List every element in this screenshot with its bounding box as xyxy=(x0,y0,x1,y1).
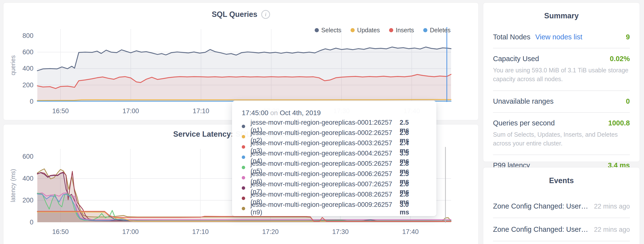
svg-text:200: 200 xyxy=(22,197,34,204)
event-time: 22 mins ago xyxy=(594,203,630,210)
cluster-overview-page: { "sql_chart": { "title": "SQL Queries",… xyxy=(0,0,644,244)
legend-dot xyxy=(350,28,355,32)
legend-item-inserts[interactable]: Inserts xyxy=(389,27,414,34)
chart-hover-tooltip: 17:45:00 on Oct 4th, 2019 jesse-movr-mul… xyxy=(232,101,436,216)
svg-text:17:20: 17:20 xyxy=(262,228,279,235)
series-dot xyxy=(242,197,245,200)
tooltip-node-row: jesse-movr-multi-region-georeplicas-0009… xyxy=(242,203,427,214)
summary-label: Capacity Used xyxy=(493,55,539,63)
svg-text:0: 0 xyxy=(30,98,34,105)
node-latency-value: 3.0 ms xyxy=(400,201,427,216)
legend-label: Selects xyxy=(321,27,341,34)
svg-text:200: 200 xyxy=(22,81,34,89)
event-row[interactable]: Zone Config Changed: User…22 mins ago xyxy=(493,195,630,218)
svg-text:17:00: 17:00 xyxy=(122,228,139,235)
series-dot xyxy=(242,186,245,190)
legend-dot xyxy=(389,28,393,32)
event-label: Zone Config Changed: User… xyxy=(493,202,588,210)
legend-dot xyxy=(423,28,428,32)
summary-row: Capacity Used0.02% xyxy=(493,55,630,63)
legend-label: Inserts xyxy=(396,27,414,34)
svg-text:16:50: 16:50 xyxy=(52,228,69,235)
series-dot xyxy=(242,135,245,138)
svg-text:queries: queries xyxy=(10,55,16,75)
node-name: jesse-movr-multi-region-georeplicas-0009… xyxy=(250,201,400,216)
svg-text:600: 600 xyxy=(22,153,34,160)
legend-label: Updates xyxy=(357,27,380,34)
divider xyxy=(493,112,630,113)
summary-row: Queries per second1000.8 xyxy=(493,119,630,127)
svg-text:17:30: 17:30 xyxy=(332,228,349,235)
svg-text:600: 600 xyxy=(22,48,34,56)
legend-item-deletes[interactable]: Deletes xyxy=(423,27,450,34)
summary-value: 9 xyxy=(626,33,630,41)
sql-queries-legend: SelectsUpdatesInsertsDeletes xyxy=(315,27,450,34)
svg-text:800: 800 xyxy=(22,32,34,39)
legend-item-updates[interactable]: Updates xyxy=(350,27,380,34)
legend-label: Deletes xyxy=(430,27,450,34)
series-dot xyxy=(242,156,245,159)
event-row[interactable]: Zone Config Changed: User…22 mins ago xyxy=(493,218,630,241)
legend-item-selects[interactable]: Selects xyxy=(315,27,341,34)
sql-queries-title: SQL Queries xyxy=(212,10,257,19)
summary-subtext: Sum of Selects, Updates, Inserts, and De… xyxy=(493,130,630,148)
tooltip-timestamp: 17:45:00 on Oct 4th, 2019 xyxy=(242,109,427,117)
summary-row: Unavailable ranges0 xyxy=(493,97,630,105)
divider xyxy=(493,90,630,91)
events-title: Events xyxy=(493,176,630,185)
summary-label: Queries per second xyxy=(493,119,555,127)
svg-text:400: 400 xyxy=(22,65,34,72)
svg-text:400: 400 xyxy=(22,175,34,182)
event-row[interactable]: Zone Config Changed: User…22 mins ago xyxy=(493,241,630,244)
divider xyxy=(493,48,630,48)
series-dot xyxy=(242,125,245,128)
series-dot xyxy=(242,166,245,169)
summary-title: Summary xyxy=(493,12,630,20)
svg-text:17:10: 17:10 xyxy=(193,107,209,115)
series-dot xyxy=(242,145,245,149)
event-label: Zone Config Changed: User… xyxy=(493,225,588,233)
summary-subtext: You are using 593.0 MiB of 3.1 TiB usabl… xyxy=(493,66,630,84)
summary-value: 0.02% xyxy=(610,55,630,63)
svg-text:0: 0 xyxy=(30,219,34,226)
event-time: 22 mins ago xyxy=(594,226,630,233)
info-icon[interactable]: i xyxy=(261,10,270,19)
summary-value: 0 xyxy=(626,97,630,105)
series-dot xyxy=(242,207,245,210)
legend-dot xyxy=(315,28,319,32)
summary-panel: Summary Total NodesView nodes list9Capac… xyxy=(483,3,640,162)
svg-text:16:50: 16:50 xyxy=(52,107,69,115)
summary-row: Total NodesView nodes list9 xyxy=(493,33,630,41)
series-dot xyxy=(242,176,245,179)
svg-text:17:40: 17:40 xyxy=(402,228,419,235)
svg-text:17:00: 17:00 xyxy=(122,107,139,115)
divider xyxy=(493,155,630,155)
events-panel: Events Zone Config Changed: User…22 mins… xyxy=(483,167,640,244)
svg-text:17:10: 17:10 xyxy=(192,228,209,235)
view-nodes-list-link[interactable]: View nodes list xyxy=(535,33,582,41)
summary-label: Total Nodes xyxy=(493,33,530,41)
summary-value: 1000.8 xyxy=(608,119,630,127)
svg-text:latency (ms): latency (ms) xyxy=(10,169,16,202)
summary-label: Unavailable ranges xyxy=(493,97,554,105)
